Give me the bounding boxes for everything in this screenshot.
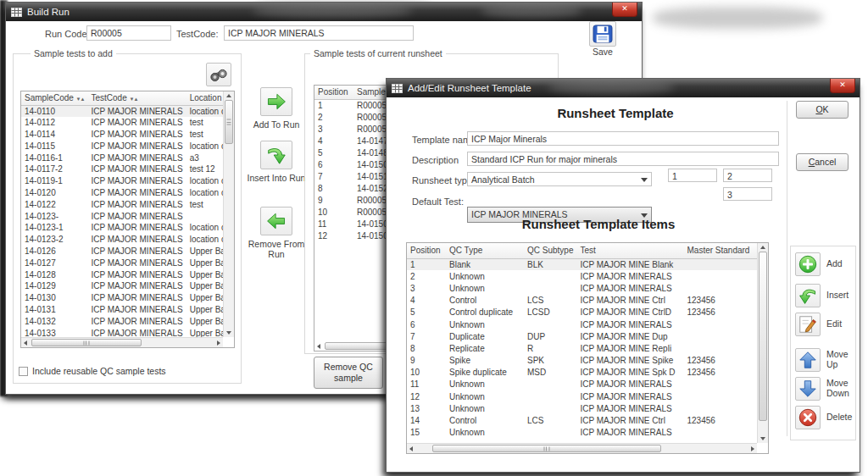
table-row[interactable]: 7DuplicateDUPICP MAJOR MINE Dup (407, 330, 759, 342)
table-row[interactable]: 14-0123-2ICP MAJOR MINERALSlocation of s… (21, 234, 235, 246)
vertical-scrollbar[interactable] (757, 243, 768, 443)
default-test-label: Default Test: (412, 196, 464, 207)
include-qc-checkbox[interactable] (19, 367, 28, 376)
run-code-input[interactable]: R00005 (86, 25, 171, 41)
column-header[interactable]: QC Subtype (524, 243, 576, 258)
table-row[interactable]: 11UnknownICP MAJOR MINERALS (407, 379, 759, 390)
table-row[interactable]: 14-0115ICP MAJOR MINERALSlocation of sa (21, 140, 235, 152)
scrollbar-thumb[interactable] (31, 339, 142, 346)
table-cell: 1 (314, 99, 353, 111)
table-row[interactable]: 5Control duplicateLCSDICP MAJOR MINE Ctr… (407, 307, 759, 318)
table-row[interactable]: 14-0119-1ICP MAJOR MINERALSlocation of s… (21, 175, 235, 187)
edit-item-button[interactable] (795, 313, 821, 336)
table-row[interactable]: 14-0122ICP MAJOR MINERALStest (21, 198, 235, 210)
scrollbar-thumb[interactable] (225, 100, 233, 144)
table-row[interactable]: 12UnknownICP MAJOR MINERALS (407, 390, 759, 402)
table-cell: ICP MAJOR MINE Spike (576, 355, 683, 367)
table-cell (683, 282, 759, 294)
table-row[interactable]: 14-0132ICP MAJOR MINERALSUpper Basin (21, 315, 235, 327)
table-cell: ICP MAJOR MINERALS (576, 379, 683, 390)
number-box-3[interactable]: 3 (723, 187, 772, 201)
table-cell: Control (446, 295, 524, 307)
table-row[interactable]: 13UnknownICP MAJOR MINERALS (407, 402, 759, 414)
table-row[interactable]: 2UnknownICP MAJOR MINERALS (407, 270, 759, 282)
table-cell: 2 (314, 111, 353, 123)
column-header[interactable]: Position (407, 243, 446, 258)
table-cell: MSD (524, 367, 576, 379)
table-row[interactable]: 14-0117-2ICP MAJOR MINERALStest 12 (21, 163, 235, 175)
table-cell: 10 (407, 367, 446, 379)
table-row[interactable]: 14-0128ICP MAJOR MINERALSUpper Basin (21, 268, 235, 280)
table-row[interactable]: 14-0131ICP MAJOR MINERALSUpper Basin (21, 304, 235, 316)
scrollbar-thumb[interactable] (432, 445, 661, 452)
column-header[interactable]: SampleCode ▼▲ (21, 91, 87, 105)
remove-qc-sample-button[interactable]: Remove QC sample (314, 357, 383, 389)
column-header[interactable]: QC Type (446, 243, 524, 258)
table-cell: ICP MAJOR MINE Spk D (576, 367, 683, 379)
column-header[interactable]: TestCode ▼▲ (87, 91, 186, 105)
build-run-titlebar[interactable]: Build Run ✕ (6, 3, 642, 21)
insert-into-run-button[interactable] (260, 141, 292, 169)
table-row[interactable]: 14-0114ICP MAJOR MINERALStest (21, 129, 235, 141)
template-name-input[interactable]: ICP Major Minerals (467, 131, 779, 146)
runsheet-type-label: Runsheet type (412, 175, 472, 185)
cancel-button[interactable]: Cancel (796, 153, 849, 171)
number-box-1[interactable]: 1 (668, 169, 717, 182)
table-row[interactable]: 3UnknownICP MAJOR MINERALS (407, 282, 759, 294)
save-button[interactable]: Save (581, 21, 625, 57)
horizontal-scrollbar[interactable] (407, 443, 757, 453)
table-row[interactable]: 14-0130ICP MAJOR MINERALSUpper Basin (21, 292, 235, 304)
table-row[interactable]: 1BlankBLKICP MAJOR MINE Blank (407, 258, 759, 270)
table-row[interactable]: 9SpikeSPKICP MAJOR MINE Spike123456 (407, 355, 759, 367)
add-to-run-button[interactable] (260, 87, 292, 116)
table-cell: 14-0127 (21, 257, 87, 268)
table-row[interactable]: 14-0127ICP MAJOR MINERALSUpper Basin (21, 257, 235, 268)
sample-tests-to-add-group: Sample tests to add SampleCode ▼▲TestCod… (13, 53, 242, 384)
table-row[interactable]: 14-0116-1ICP MAJOR MINERALSa3 (21, 152, 235, 163)
table-cell (524, 390, 576, 402)
insert-item-label: Insert (826, 290, 849, 300)
table-cell: 14-0116-1 (21, 152, 87, 163)
delete-item-button[interactable] (795, 406, 821, 429)
add-item-button[interactable] (795, 252, 821, 276)
table-row[interactable]: 14-0110ICP MAJOR MINERALSlocation of sa (21, 105, 235, 117)
column-header[interactable]: Position (314, 86, 353, 99)
table-row[interactable]: 15UnknownICP MAJOR MINERALS (407, 427, 759, 439)
template-dialog-titlebar[interactable]: Add/Edit Runsheet Template ✕ (387, 79, 860, 97)
move-down-button[interactable] (795, 377, 821, 401)
testcode-input[interactable]: ICP MAJOR MINERALS (224, 25, 414, 41)
include-qc-checkbox-row[interactable]: Include reusable QC sample tests (19, 366, 166, 376)
table-row[interactable]: 8ReplicateRICP MAJOR MINE Repli (407, 342, 759, 354)
insert-item-button[interactable] (795, 284, 821, 307)
move-up-button[interactable] (795, 348, 821, 372)
table-row[interactable]: 10Spike duplicateMSDICP MAJOR MINE Spk D… (407, 367, 759, 379)
table-row[interactable]: 14-0126ICP MAJOR MINERALSUpper Basin (21, 246, 235, 257)
table-cell: ICP MAJOR MINERALS (87, 117, 186, 129)
table-cell: Blank (446, 258, 524, 270)
number-box-2[interactable]: 2 (723, 169, 772, 182)
vertical-scrollbar[interactable] (223, 91, 234, 337)
divider (787, 101, 787, 436)
scrollbar-thumb[interactable] (759, 252, 767, 421)
table-row[interactable]: 14-0129ICP MAJOR MINERALSUpper Basin (21, 280, 235, 292)
table-row[interactable]: 14-0120ICP MAJOR MINERALSlocation of sa (21, 187, 235, 199)
table-cell: Replicate (446, 342, 524, 354)
runsheet-type-dropdown[interactable]: Analytical Batch (467, 172, 652, 186)
column-header[interactable]: Master Standard (683, 243, 759, 258)
column-header[interactable]: Test (576, 243, 683, 258)
table-cell: ICP MAJOR MINE Repli (576, 342, 683, 354)
table-row[interactable]: 4ControlLCSICP MAJOR MINE Ctrl123456 (407, 295, 759, 307)
table-row[interactable]: 6UnknownICP MAJOR MINERALS (407, 318, 759, 330)
close-icon[interactable]: ✕ (830, 79, 855, 93)
table-row[interactable]: 14-0123-1ICP MAJOR MINERALSlocation of s… (21, 222, 235, 234)
description-input[interactable]: Standard ICP Run for major minerals (467, 152, 779, 166)
table-row[interactable]: 14-0123-ICP MAJOR MINERALS (21, 210, 235, 222)
table-row[interactable]: 14ControlLCSICP MAJOR MINE Ctrl123456 (407, 414, 759, 426)
horizontal-scrollbar[interactable] (21, 337, 223, 347)
search-samples-button[interactable] (206, 63, 231, 86)
ok-button[interactable]: OK (796, 101, 849, 119)
table-row[interactable]: 14-0112ICP MAJOR MINERALStest (21, 117, 235, 129)
remove-from-run-button[interactable] (260, 207, 292, 235)
table-cell: 14-0119-1 (21, 175, 87, 187)
close-icon[interactable]: ✕ (612, 3, 637, 17)
